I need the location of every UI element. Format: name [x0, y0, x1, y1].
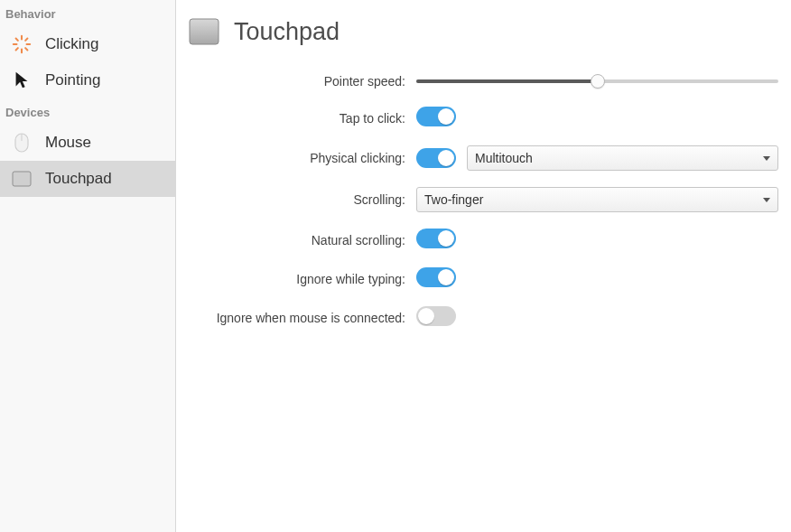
sidebar-section-behavior: Behavior: [0, 0, 175, 26]
touchpad-header-icon: [189, 16, 219, 47]
tap-to-click-toggle[interactable]: [416, 107, 456, 126]
chevron-down-icon: [763, 156, 770, 161]
select-value: Multitouch: [475, 151, 533, 165]
svg-rect-11: [190, 19, 219, 44]
label-pointer-speed: Pointer speed:: [189, 74, 405, 89]
sidebar-item-label: Pointing: [45, 71, 100, 89]
svg-line-7: [25, 39, 27, 41]
sidebar-section-devices: Devices: [0, 98, 175, 125]
settings-form: Pointer speed: Tap to click: Physical cl…: [189, 72, 778, 329]
pointer-icon: [11, 70, 33, 91]
sidebar-item-mouse[interactable]: Mouse: [0, 125, 175, 161]
sidebar-item-label: Touchpad: [45, 170, 112, 188]
sidebar-item-label: Clicking: [45, 35, 99, 53]
physical-clicking-select[interactable]: Multitouch: [467, 145, 778, 171]
svg-line-6: [16, 48, 18, 50]
svg-line-4: [16, 39, 18, 41]
slider-thumb[interactable]: [591, 74, 605, 89]
click-icon: [11, 33, 33, 55]
label-ignore-mouse: Ignore when mouse is connected:: [189, 311, 405, 325]
label-natural-scrolling: Natural scrolling:: [189, 233, 405, 247]
physical-clicking-toggle[interactable]: [416, 148, 456, 168]
label-tap-to-click: Tap to click:: [189, 111, 405, 126]
main-pane: Touchpad Pointer speed: Tap to click: Ph…: [176, 0, 791, 532]
page-title: Touchpad: [234, 18, 340, 46]
svg-line-5: [25, 48, 27, 50]
label-scrolling: Scrolling:: [189, 192, 405, 207]
scrolling-select[interactable]: Two-finger: [416, 187, 778, 212]
label-ignore-typing: Ignore while typing:: [189, 272, 405, 286]
ignore-when-mouse-toggle[interactable]: [416, 306, 456, 326]
mouse-icon: [11, 132, 33, 154]
main-header: Touchpad: [189, 16, 778, 47]
label-physical-clicking: Physical clicking:: [189, 151, 405, 165]
sidebar: Behavior Clicking: [0, 0, 176, 532]
pointer-speed-slider[interactable]: [416, 72, 778, 90]
chevron-down-icon: [763, 198, 770, 202]
svg-rect-10: [13, 172, 31, 186]
select-value: Two-finger: [424, 192, 483, 207]
sidebar-item-touchpad[interactable]: Touchpad: [0, 161, 175, 197]
sidebar-item-label: Mouse: [45, 134, 91, 152]
natural-scrolling-toggle[interactable]: [416, 229, 456, 248]
sidebar-item-clicking[interactable]: Clicking: [0, 26, 175, 62]
sidebar-item-pointing[interactable]: Pointing: [0, 62, 175, 98]
touchpad-icon: [11, 168, 33, 190]
slider-fill: [416, 79, 598, 83]
ignore-while-typing-toggle[interactable]: [416, 267, 456, 287]
